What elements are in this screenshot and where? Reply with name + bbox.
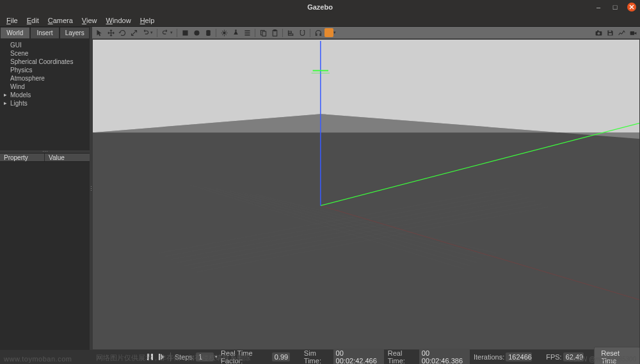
rotate-icon[interactable]	[117, 28, 127, 38]
iter-label: Iterations:	[474, 353, 504, 361]
copy-icon[interactable]	[258, 28, 268, 38]
menu-window[interactable]: Window	[102, 16, 135, 25]
toolbar-separator	[255, 29, 255, 37]
watermark-right: CSDN @m0_51985300	[569, 356, 636, 363]
align-icon[interactable]	[285, 28, 296, 38]
tree-item-spherical[interactable]: Spherical Coordinates	[1, 58, 88, 66]
minimize-button[interactable]: –	[594, 3, 603, 12]
tree-item-wind[interactable]: Wind	[1, 83, 88, 91]
viewport-3d[interactable]	[92, 39, 640, 350]
realtime-value: 00 00:02:46.386	[419, 349, 470, 364]
tree-item-physics[interactable]: Physics	[1, 66, 88, 74]
record-icon[interactable]	[324, 28, 333, 37]
svg-point-12	[597, 32, 600, 35]
svg-rect-8	[262, 31, 266, 36]
tree-item-models[interactable]: Models	[1, 91, 88, 99]
title-bar: Gazebo – □	[0, 0, 640, 14]
toolbar-separator	[216, 29, 216, 37]
menu-file[interactable]: File	[3, 16, 22, 25]
move-icon[interactable]	[106, 28, 116, 38]
toolbar: ▾ ▾ ▾	[92, 27, 640, 39]
toolbar-separator	[177, 29, 177, 37]
redo-dropdown-icon[interactable]: ▾	[170, 30, 174, 35]
paste-icon[interactable]	[269, 28, 280, 38]
menu-camera[interactable]: Camera	[44, 16, 77, 25]
svg-point-5	[223, 31, 225, 33]
svg-point-1	[194, 30, 199, 35]
watermark-left: www.toymoban.com	[4, 355, 72, 363]
toolbar-separator	[282, 29, 283, 37]
camera-icon[interactable]	[593, 28, 604, 38]
property-col: Property	[0, 154, 45, 161]
tree-item-gui[interactable]: GUI	[1, 41, 88, 49]
svg-rect-13	[597, 30, 598, 31]
svg-point-6	[235, 29, 236, 31]
directional-light-icon[interactable]	[242, 28, 252, 38]
value-col: Value	[45, 154, 90, 161]
simtime-value: 00 00:02:42.466	[333, 349, 384, 364]
toolbar-separator	[157, 29, 157, 37]
undo-dropdown-icon[interactable]: ▾	[150, 30, 154, 35]
snap-icon[interactable]	[297, 28, 307, 38]
tab-world[interactable]: World	[0, 27, 30, 38]
plot-icon[interactable]	[616, 28, 627, 38]
menu-view[interactable]: View	[78, 16, 101, 25]
video-icon[interactable]	[628, 28, 638, 38]
close-button[interactable]	[627, 3, 636, 12]
menu-help[interactable]: Help	[136, 16, 159, 25]
rtf-value: 0.99	[272, 352, 290, 361]
menu-edit[interactable]: Edit	[23, 16, 43, 25]
property-body	[0, 162, 90, 350]
pointlight-icon[interactable]	[219, 28, 229, 38]
svg-rect-10	[273, 29, 275, 31]
svg-point-4	[206, 34, 211, 35]
sphere-icon[interactable]	[191, 28, 202, 38]
toolbar-separator	[310, 29, 310, 37]
tree-item-atmosphere[interactable]: Atmosphere	[1, 74, 88, 83]
save-icon[interactable]	[605, 28, 615, 38]
svg-rect-9	[273, 30, 277, 36]
property-header: Property Value	[0, 153, 90, 162]
menu-bar: File Edit Camera View Window Help	[0, 14, 640, 27]
iter-value: 162466	[506, 352, 532, 361]
svg-rect-15	[609, 33, 612, 35]
svg-rect-14	[609, 30, 611, 31]
left-panel: World Insert Layers GUI Scene Spherical …	[0, 27, 90, 350]
svg-rect-0	[182, 30, 188, 35]
svg-rect-16	[630, 31, 634, 35]
tree-item-scene[interactable]: Scene	[1, 49, 88, 58]
window-title: Gazebo	[307, 3, 333, 11]
spotlight-icon[interactable]	[230, 28, 241, 38]
pointer-icon[interactable]	[94, 28, 104, 38]
cylinder-icon[interactable]	[203, 28, 213, 38]
tab-layers[interactable]: Layers	[60, 27, 90, 38]
scale-icon[interactable]	[129, 28, 139, 38]
watermark-left2: 网络图片仅供展示，非存储，如有侵权请联系删除	[96, 353, 251, 363]
svg-marker-18	[93, 114, 639, 349]
tab-insert[interactable]: Insert	[30, 27, 60, 38]
undo-icon[interactable]	[140, 28, 150, 38]
world-tree: GUI Scene Spherical Coordinates Physics …	[0, 38, 90, 150]
panel-tabs: World Insert Layers	[0, 27, 90, 38]
status-bar: www.toymoban.com 网络图片仅供展示，非存储，如有侵权请联系删除 …	[0, 350, 640, 364]
realtime-label: Real Time:	[388, 349, 418, 364]
fps-label: FPS:	[546, 353, 561, 361]
simtime-label: Sim Time:	[304, 349, 332, 364]
maximize-button[interactable]: □	[611, 3, 620, 12]
box-icon[interactable]	[180, 28, 190, 38]
record-dropdown-icon[interactable]: ▾	[333, 30, 337, 35]
redo-icon[interactable]	[160, 28, 170, 38]
headphones-icon[interactable]	[313, 28, 323, 38]
tree-item-lights[interactable]: Lights	[1, 99, 88, 107]
